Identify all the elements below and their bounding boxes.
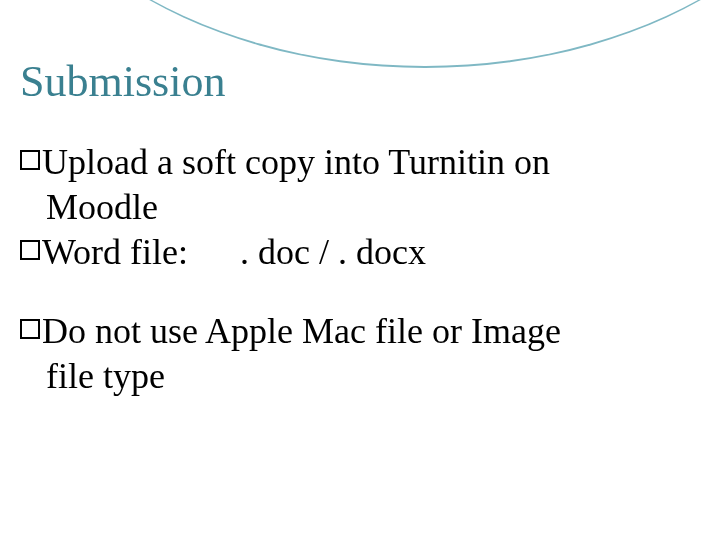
bullet-item: Word file: . doc / . docx bbox=[20, 230, 692, 275]
bullet-item: Upload a soft copy into Turnitin on bbox=[20, 140, 692, 185]
bullet-text: Do not use Apple Mac file or Image bbox=[42, 309, 692, 354]
bullet-group-1: Upload a soft copy into Turnitin on Mood… bbox=[20, 140, 692, 275]
bullet-label: Word file: bbox=[42, 230, 188, 275]
bullet-text-continue: file type bbox=[20, 354, 692, 399]
bullet-text: Upload a soft copy into Turnitin on bbox=[42, 140, 692, 185]
bullet-square-icon bbox=[20, 319, 40, 339]
bullet-value: . doc / . docx bbox=[240, 230, 426, 275]
bullet-text-continue: Moodle bbox=[20, 185, 692, 230]
bullet-square-icon bbox=[20, 150, 40, 170]
slide-title: Submission bbox=[20, 56, 225, 107]
slide-content: Upload a soft copy into Turnitin on Mood… bbox=[20, 140, 692, 433]
bullet-item: Do not use Apple Mac file or Image bbox=[20, 309, 692, 354]
bullet-square-icon bbox=[20, 240, 40, 260]
bullet-group-2: Do not use Apple Mac file or Image file … bbox=[20, 309, 692, 399]
